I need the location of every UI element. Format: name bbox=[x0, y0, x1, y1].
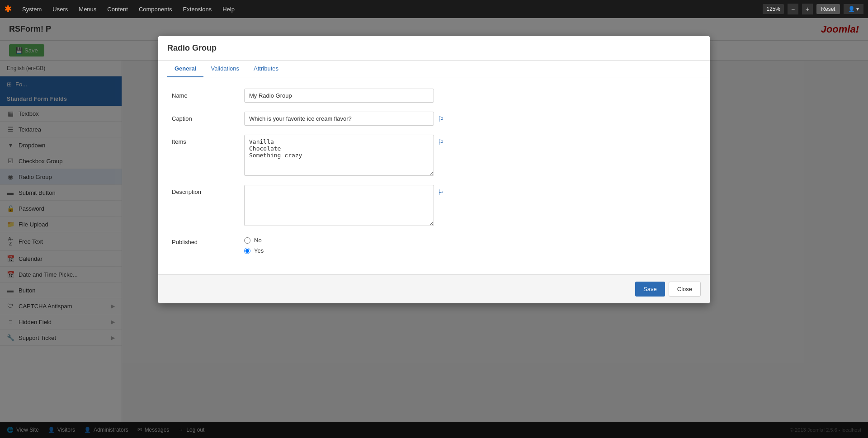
nav-help[interactable]: Help bbox=[218, 3, 239, 15]
name-field bbox=[244, 89, 696, 103]
items-textarea[interactable]: Vanilla Chocolate Something crazy bbox=[244, 135, 434, 176]
name-label: Name bbox=[172, 89, 244, 99]
zoom-in-button[interactable]: + bbox=[802, 4, 813, 14]
tab-general[interactable]: General bbox=[167, 61, 203, 77]
caption-flag-icon[interactable]: 🏳 bbox=[438, 112, 445, 123]
caption-field: 🏳 bbox=[244, 112, 696, 126]
published-radio-group: No Yes bbox=[244, 235, 264, 254]
modal-close-button[interactable]: Close bbox=[669, 282, 701, 297]
published-label: Published bbox=[172, 235, 244, 245]
published-no-radio[interactable] bbox=[244, 237, 250, 244]
published-yes-option[interactable]: Yes bbox=[244, 247, 264, 254]
items-flag-icon[interactable]: 🏳 bbox=[438, 135, 445, 146]
caption-label: Caption bbox=[172, 112, 244, 122]
published-field: No Yes bbox=[244, 235, 696, 254]
name-input[interactable] bbox=[244, 89, 434, 103]
published-no-option[interactable]: No bbox=[244, 237, 264, 244]
modal-backdrop: Radio Group General Validations Attribut… bbox=[0, 18, 868, 438]
name-row: Name bbox=[172, 89, 696, 103]
modal-dialog: Radio Group General Validations Attribut… bbox=[158, 36, 710, 303]
nav-system[interactable]: System bbox=[18, 3, 46, 15]
top-navigation: ✱ System Users Menus Content Components … bbox=[0, 0, 868, 18]
description-flag-icon[interactable]: 🏳 bbox=[438, 185, 445, 197]
user-menu-button[interactable]: 👤 ▾ bbox=[844, 4, 863, 14]
nav-users[interactable]: Users bbox=[48, 3, 72, 15]
nav-extensions[interactable]: Extensions bbox=[179, 3, 217, 15]
items-field: Vanilla Chocolate Something crazy 🏳 bbox=[244, 135, 696, 176]
reset-button[interactable]: Reset bbox=[816, 4, 840, 14]
published-row: Published No Yes bbox=[172, 235, 696, 254]
published-yes-radio[interactable] bbox=[244, 248, 250, 254]
nav-right-area: 125% − + Reset 👤 ▾ bbox=[763, 4, 863, 14]
modal-title: Radio Group bbox=[167, 43, 217, 53]
tab-validations[interactable]: Validations bbox=[203, 61, 246, 77]
description-label: Description bbox=[172, 185, 244, 195]
caption-input[interactable] bbox=[244, 112, 434, 126]
published-no-label: No bbox=[254, 237, 262, 244]
modal-body: Name Caption 🏳 Items Vanilla Chocolate S… bbox=[158, 77, 710, 274]
nav-components[interactable]: Components bbox=[134, 3, 177, 15]
items-row: Items Vanilla Chocolate Something crazy … bbox=[172, 135, 696, 176]
caption-row: Caption 🏳 bbox=[172, 112, 696, 126]
modal-footer: Save Close bbox=[158, 274, 710, 303]
joomla-logo-icon: ✱ bbox=[5, 4, 11, 14]
modal-tabs: General Validations Attributes bbox=[158, 61, 710, 77]
zoom-out-button[interactable]: − bbox=[788, 4, 798, 14]
modal-header: Radio Group bbox=[158, 36, 710, 61]
nav-menus[interactable]: Menus bbox=[74, 3, 101, 15]
items-label: Items bbox=[172, 135, 244, 145]
description-field: 🏳 bbox=[244, 185, 696, 226]
modal-save-button[interactable]: Save bbox=[635, 282, 665, 297]
nav-content[interactable]: Content bbox=[103, 3, 132, 15]
description-row: Description 🏳 bbox=[172, 185, 696, 226]
description-textarea[interactable] bbox=[244, 185, 434, 226]
published-yes-label: Yes bbox=[254, 247, 264, 254]
zoom-level: 125% bbox=[763, 4, 784, 14]
tab-attributes[interactable]: Attributes bbox=[246, 61, 286, 77]
